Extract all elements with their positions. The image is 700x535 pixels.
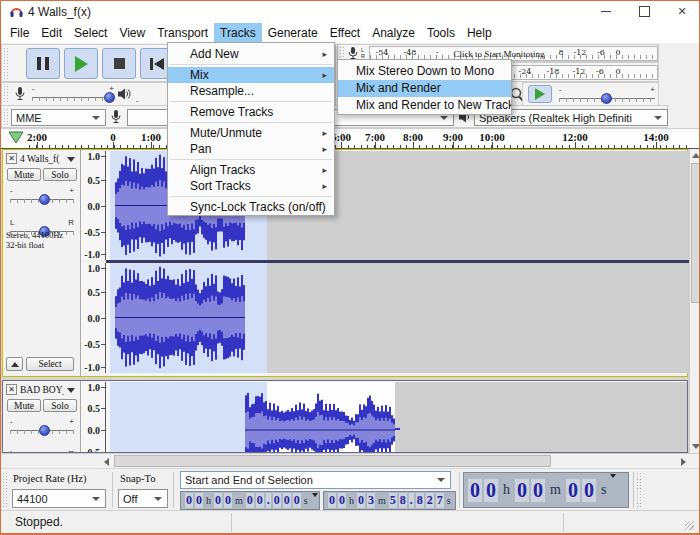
submenu-arrow-icon: ▸: [322, 125, 327, 141]
horizontal-scrollbar-row: [1, 453, 700, 468]
time-field-dropdown-icon[interactable]: [610, 474, 616, 478]
menubar-item-view[interactable]: View: [113, 23, 151, 43]
close-button[interactable]: ✕: [667, 1, 697, 22]
menu-item-label: Mix and Render: [356, 81, 441, 95]
selection-start-field[interactable]: 00h00m00.000s: [180, 491, 320, 510]
toolbar-grip[interactable]: [637, 473, 642, 507]
menubar-item-effect[interactable]: Effect: [324, 23, 366, 43]
time-digit: 0: [273, 493, 281, 508]
waveform-right-channel[interactable]: [106, 263, 689, 373]
slider-plus-label: +: [650, 85, 655, 94]
menu-item-sort-tracks[interactable]: Sort Tracks▸: [168, 178, 334, 194]
menubar-item-file[interactable]: File: [4, 23, 35, 43]
time-field-dropdown-icon[interactable]: [455, 493, 456, 497]
track-name[interactable]: BAD BOY_BI: [20, 385, 64, 395]
timeline-pin-icon[interactable]: [8, 131, 24, 149]
track-close-button[interactable]: ✕: [6, 153, 17, 164]
solo-button[interactable]: Solo: [43, 399, 77, 412]
resize-grip[interactable]: [685, 521, 694, 530]
separator: [459, 472, 460, 508]
amplitude-label: 0.5: [88, 287, 101, 298]
mute-button[interactable]: Mute: [7, 399, 41, 412]
ruler-tick: [101, 145, 102, 148]
menubar-item-tracks[interactable]: Tracks: [214, 23, 262, 43]
time-digit: 0: [484, 479, 498, 502]
menubar-item-transport[interactable]: Transport: [151, 23, 214, 43]
vertical-scroll-thumb[interactable]: [691, 163, 700, 303]
menu-item-align-tracks[interactable]: Align Tracks▸: [168, 162, 334, 178]
pause-button[interactable]: [26, 48, 60, 79]
gain-slider[interactable]: - +: [10, 423, 74, 435]
amplitude-tick: [101, 180, 105, 181]
track-menu-icon[interactable]: [67, 388, 75, 393]
menu-item-mix[interactable]: Mix▸: [168, 67, 334, 83]
project-rate-dropdown[interactable]: 44100: [12, 489, 106, 508]
vertical-scrollbar[interactable]: [689, 149, 700, 453]
menubar-item-help[interactable]: Help: [461, 23, 498, 43]
selection-mode-dropdown[interactable]: Start and End of Selection: [180, 471, 451, 489]
menu-item-sync-lock-tracks-on-off[interactable]: Sync-Lock Tracks (on/off): [168, 199, 334, 215]
audio-position-field[interactable]: 00h00m00s: [463, 472, 629, 508]
menu-item-add-new[interactable]: Add New▸: [168, 46, 334, 62]
scroll-down-button[interactable]: [690, 440, 700, 453]
scroll-left-button[interactable]: [100, 454, 113, 469]
menu-item-remove-tracks[interactable]: Remove Tracks: [168, 104, 334, 120]
meter-scale-label: 0: [615, 67, 620, 76]
maximize-button[interactable]: [629, 1, 659, 22]
play-at-speed-button[interactable]: [528, 85, 552, 103]
collapse-button[interactable]: [6, 357, 23, 371]
ruler-tick: [140, 145, 141, 148]
track-menu-icon[interactable]: [67, 157, 75, 162]
ruler-tick: [127, 145, 128, 148]
mute-button[interactable]: Mute: [7, 168, 41, 181]
timeline-ruler[interactable]: 2:0001:006:007:008:009:0010:0012:0014:00: [1, 128, 699, 149]
meter-scale-label: 0: [615, 48, 620, 57]
vertical-scale-left-channel[interactable]: 1.00.50.0-0.5: [81, 382, 106, 453]
menu-item-mix-stereo-down-to-mono[interactable]: Mix Stereo Down to Mono: [338, 63, 511, 80]
horizontal-scroll-thumb[interactable]: [114, 455, 551, 467]
menu-item-mix-and-render-to-new-track[interactable]: Mix and Render to New Track: [338, 97, 511, 114]
recording-volume-slider[interactable]: - +: [32, 90, 114, 102]
track-name[interactable]: 4 Walls_f(: [20, 154, 64, 164]
ruler-tick: [81, 145, 82, 148]
slider-ticks: [32, 97, 114, 101]
menubar-item-select[interactable]: Select: [68, 23, 113, 43]
ruler-tick: [354, 145, 355, 148]
menu-item-resample[interactable]: Resample...: [168, 83, 334, 99]
minimize-button[interactable]: [591, 1, 621, 22]
playback-speed-slider[interactable]: - +: [559, 91, 655, 103]
vertical-scale-right-channel[interactable]: 1.00.50.0-0.5-1.0: [81, 263, 106, 373]
selection-end-field[interactable]: 00h03m58.827s: [323, 491, 456, 510]
time-digit: 0: [582, 479, 596, 502]
toolbar-grip[interactable]: [4, 48, 9, 79]
gain-slider[interactable]: - +: [10, 192, 74, 204]
menubar-item-tools[interactable]: Tools: [421, 23, 461, 43]
stop-button[interactable]: [102, 48, 136, 79]
waveform-left-channel[interactable]: [106, 382, 688, 453]
time-field-dropdown-icon[interactable]: [312, 493, 318, 497]
select-button[interactable]: Select: [26, 357, 74, 371]
menubar-item-generate[interactable]: Generate: [262, 23, 324, 43]
ruler-major-tick: [151, 142, 152, 148]
vertical-scale-left-channel[interactable]: 1.00.50.0-0.5-1.0: [81, 151, 106, 260]
title-bar[interactable]: 4 Walls_f(x) ✕: [1, 1, 699, 23]
scroll-right-button[interactable]: [677, 454, 690, 469]
menu-item-pan[interactable]: Pan▸: [168, 141, 334, 157]
scroll-up-button[interactable]: [690, 149, 700, 162]
toolbar-grip[interactable]: [3, 473, 8, 507]
play-button[interactable]: [64, 48, 98, 79]
audio-host-dropdown[interactable]: MME: [11, 109, 106, 126]
menubar-item-edit[interactable]: Edit: [35, 23, 68, 43]
track-close-button[interactable]: ✕: [6, 384, 17, 395]
toolbar-grip[interactable]: [4, 109, 9, 125]
ruler-tick: [504, 145, 505, 148]
menubar-item-analyze[interactable]: Analyze: [366, 23, 421, 43]
toolbar-grip[interactable]: [4, 86, 9, 103]
menu-item-mute-unmute[interactable]: Mute/Unmute▸: [168, 125, 334, 141]
snap-to-dropdown[interactable]: Off: [118, 489, 168, 508]
time-digit: 0: [515, 479, 529, 502]
meter-scale-label: -: [436, 48, 439, 57]
solo-button[interactable]: Solo: [43, 168, 77, 181]
ruler-tick: [543, 145, 544, 148]
menu-item-mix-and-render[interactable]: Mix and Render: [338, 80, 511, 97]
